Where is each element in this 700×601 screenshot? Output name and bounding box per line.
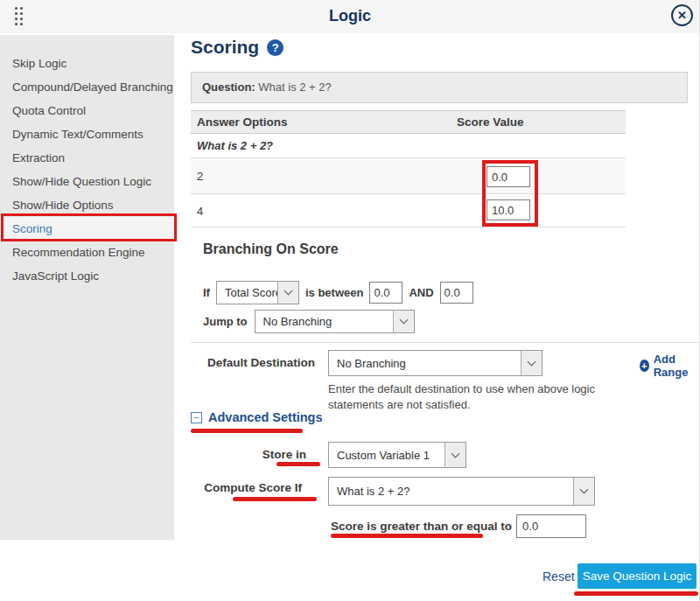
logic-modal: Logic ✕ Skip Logic Compound/Delayed Bran…: [0, 0, 700, 601]
compute-score-if-select[interactable]: What is 2 + 2?: [328, 477, 595, 506]
if-label: If: [203, 286, 210, 299]
store-in-label: Store in: [191, 448, 306, 461]
jump-to-label: Jump to: [203, 315, 248, 328]
table-question-group-row: What is 2 + 2?: [191, 134, 626, 158]
sidebar-item-quota-control[interactable]: Quota Control: [0, 99, 174, 122]
help-icon[interactable]: ?: [267, 39, 284, 56]
logic-sidebar: Skip Logic Compound/Delayed Branching Qu…: [0, 35, 174, 540]
sidebar-item-dynamic-text-comments[interactable]: Dynamic Text/Comments: [0, 122, 174, 146]
advanced-settings-toggle[interactable]: − Advanced Settings: [191, 410, 323, 424]
branching-on-score-title: Branching On Score: [203, 241, 339, 257]
close-icon[interactable]: ✕: [671, 4, 693, 26]
add-range-link[interactable]: + Add Range: [640, 353, 699, 379]
page-title-row: Scoring ?: [191, 37, 284, 58]
modal-header: Logic ✕: [0, 0, 700, 33]
table-row: 4: [191, 194, 626, 227]
and-label: AND: [409, 286, 433, 299]
question-box: Question: What is 2 + 2?: [191, 72, 688, 103]
sidebar-item-scoring[interactable]: Scoring: [0, 217, 174, 241]
compute-score-if-label: Compute Score If: [191, 481, 302, 494]
advanced-settings-label: Advanced Settings: [208, 410, 323, 424]
reset-link[interactable]: Reset: [542, 570, 575, 584]
section-divider: [191, 342, 700, 343]
chevron-down-icon: [393, 311, 414, 332]
score-threshold-row: Score is greater than or equal to: [331, 514, 586, 538]
range-to-input[interactable]: [440, 282, 473, 304]
score-gte-input[interactable]: [516, 514, 586, 538]
chevron-down-icon: [521, 351, 542, 375]
chevron-down-icon: [573, 478, 594, 505]
column-header-score-value: Score Value: [457, 111, 524, 133]
score-value-input[interactable]: [486, 199, 530, 220]
page-title: Scoring: [191, 37, 259, 58]
chevron-down-icon: [277, 282, 298, 304]
table-header-row: Answer Options Score Value: [191, 110, 626, 134]
question-label: Question:: [202, 80, 256, 94]
score-value-input[interactable]: [486, 166, 530, 187]
annotation-underline-compute-score-if: [233, 497, 317, 501]
question-text: What is 2 + 2?: [258, 80, 331, 94]
modal-title: Logic: [0, 7, 700, 25]
default-destination-label: Default Destination: [191, 356, 315, 369]
annotation-underline-store-in: [276, 462, 320, 466]
sidebar-item-extraction[interactable]: Extraction: [0, 146, 174, 170]
score-source-select[interactable]: Total Score: [216, 281, 299, 304]
sidebar-item-show-hide-options[interactable]: Show/Hide Options: [0, 193, 174, 217]
add-range-label: Add Range: [654, 353, 699, 379]
sidebar-item-recommendation-engine[interactable]: Recommendation Engine: [0, 241, 174, 264]
annotation-underline-advanced-settings: [191, 429, 303, 433]
range-from-input[interactable]: [369, 282, 402, 304]
sidebar-item-javascript-logic[interactable]: JavaScript Logic: [0, 264, 174, 288]
default-destination-help-text: Enter the default destination to use whe…: [328, 381, 617, 412]
sidebar-item-show-hide-question-logic[interactable]: Show/Hide Question Logic: [0, 170, 174, 193]
is-between-label: is between: [305, 286, 363, 299]
jump-to-select[interactable]: No Branching: [255, 310, 415, 333]
chevron-down-icon: [444, 443, 466, 467]
store-in-select[interactable]: Custom Variable 1: [328, 442, 466, 468]
annotation-underline-save-button: [574, 591, 698, 596]
sidebar-item-compound-delayed-branching[interactable]: Compound/Delayed Branching: [0, 75, 174, 99]
collapse-minus-icon: −: [191, 412, 202, 423]
add-range-plus-icon: +: [640, 360, 649, 372]
save-question-logic-button[interactable]: Save Question Logic: [578, 563, 696, 589]
branching-condition-row: If Total Score is between AND: [203, 281, 473, 304]
jump-to-row: Jump to No Branching: [203, 310, 415, 333]
table-row: 2: [191, 158, 626, 194]
sidebar-item-skip-logic[interactable]: Skip Logic: [0, 52, 174, 75]
column-header-answer-options: Answer Options: [197, 111, 288, 133]
answer-option-label: 4: [197, 204, 203, 217]
default-destination-select[interactable]: No Branching: [328, 350, 542, 376]
answer-option-label: 2: [197, 170, 203, 183]
score-gte-label: Score is greater than or equal to: [331, 520, 512, 533]
